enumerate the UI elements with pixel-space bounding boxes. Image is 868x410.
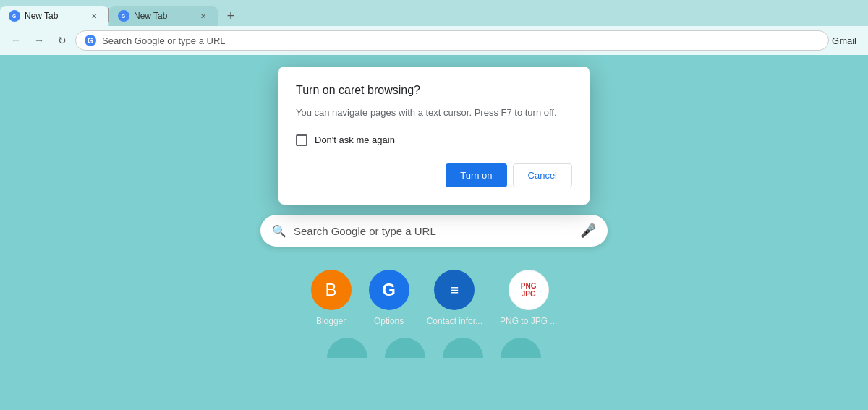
forward-button[interactable]: → [29,30,49,51]
svg-text:G: G [12,14,16,19]
dialog-buttons: Turn on Cancel [296,163,572,187]
dont-ask-checkbox[interactable] [296,134,307,146]
tab-1-close[interactable]: ✕ [88,10,100,22]
tab-1-title: New Tab [25,11,84,21]
reload-button[interactable]: ↻ [52,30,72,51]
dialog-checkbox-row: Don't ask me again [296,134,572,146]
dont-ask-label[interactable]: Don't ask me again [315,134,395,145]
forward-icon: → [34,35,44,46]
tab-2[interactable]: G New Tab ✕ [109,6,218,26]
dialog-title: Turn on caret browsing? [296,84,572,97]
svg-text:G: G [122,14,125,19]
tab-1[interactable]: G New Tab ✕ [0,6,109,26]
tab-1-favicon: G [9,10,20,22]
google-favicon-icon: G [85,35,96,46]
back-icon: ← [11,35,21,46]
turn-on-button[interactable]: Turn on [446,163,506,187]
address-bar[interactable]: G Search Google or type a URL [75,30,829,51]
tab-2-close[interactable]: ✕ [197,10,209,22]
dialog-overlay: Turn on caret browsing? You can navigate… [0,55,868,410]
reload-icon: ↻ [58,35,67,46]
dialog-body: You can navigate pages with a text curso… [296,106,572,120]
new-tab-button[interactable]: + [221,6,241,26]
tab-2-favicon: G [118,10,129,22]
gmail-link[interactable]: Gmail [832,35,856,46]
caret-browsing-dialog: Turn on caret browsing? You can navigate… [278,67,590,205]
cancel-button[interactable]: Cancel [513,163,572,187]
main-content: Google 🔍 Search Google or type a URL 🎤 B… [0,55,868,410]
back-button[interactable]: ← [6,30,26,51]
toolbar: ← → ↻ G Search Google or type a URL Gmai… [0,26,868,55]
tab-2-title: New Tab [134,11,193,21]
browser-chrome: G New Tab ✕ G New Tab ✕ + ← → [0,0,868,55]
tab-bar: G New Tab ✕ G New Tab ✕ + [0,0,868,26]
address-text: Search Google or type a URL [102,35,226,46]
